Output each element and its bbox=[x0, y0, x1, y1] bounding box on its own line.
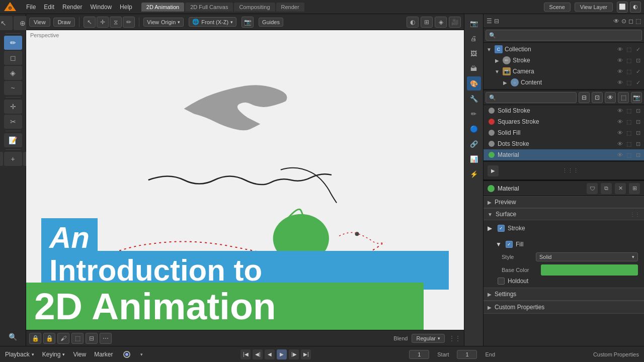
mat-vis-dots-stroke[interactable]: 👁 bbox=[616, 141, 624, 147]
viewport-origin-dropdown[interactable]: View Origin ▾ bbox=[143, 18, 184, 27]
marker-menu[interactable]: Marker bbox=[94, 351, 113, 358]
frame-current-input[interactable]: 1 bbox=[409, 350, 429, 359]
render-icon[interactable]: ⬜ bbox=[617, 2, 628, 13]
mat-close-icon[interactable]: ✕ bbox=[615, 183, 626, 194]
rpanel-object-icon[interactable]: 🔵 bbox=[467, 122, 481, 136]
rpanel-strokes-icon[interactable]: ✏ bbox=[467, 107, 481, 121]
viewport-canvas[interactable]: Perspective bbox=[26, 30, 464, 330]
rpanel-effects-icon[interactable]: ⚡ bbox=[467, 167, 481, 181]
style-dropdown[interactable]: Solid ▾ bbox=[536, 252, 638, 261]
toolbar-search-btn[interactable]: 🔍 bbox=[4, 330, 22, 344]
tab-compositing[interactable]: Compositing bbox=[234, 3, 275, 12]
viewport-projection-dropdown[interactable]: 🌐 Front (X-Z) ▾ bbox=[189, 17, 236, 27]
menu-render[interactable]: Render bbox=[59, 3, 85, 12]
toolbar-plus-btn[interactable]: + bbox=[4, 152, 22, 166]
mat-play-btn[interactable]: ▶ bbox=[488, 165, 499, 176]
mat-vis-icon[interactable]: 👁 bbox=[605, 92, 616, 103]
rpanel-data-icon[interactable]: 📊 bbox=[467, 152, 481, 166]
toolbar-transform-tool[interactable]: ✛ bbox=[4, 100, 22, 114]
mat-cam-material[interactable]: ⊡ bbox=[634, 152, 642, 158]
content-render-icon[interactable]: ⬚ bbox=[625, 79, 633, 86]
mat-item-squares-stroke[interactable]: Squares Stroke 👁 ⬚ ⊡ bbox=[484, 116, 644, 127]
step-forward-btn[interactable]: |▶ bbox=[289, 349, 299, 359]
vp-lock-icon[interactable]: 🔒 bbox=[43, 333, 55, 344]
outliner-item-stroke[interactable]: ▶ ✏ Stroke 👁 ⬚ ⊡ bbox=[484, 55, 644, 66]
fill-checkbox[interactable] bbox=[506, 241, 513, 248]
outliner-item-collection[interactable]: ▼ C Collection 👁 ⬚ ✓ bbox=[484, 44, 644, 55]
vp-icon-transform[interactable]: ✛ bbox=[97, 17, 109, 28]
exclude-icon[interactable]: ✓ bbox=[634, 46, 642, 53]
scene-selector[interactable]: Scene bbox=[544, 3, 571, 12]
expand-icon-collection[interactable]: ▼ bbox=[486, 46, 493, 53]
vp-extra-icon[interactable]: ⋯ bbox=[100, 333, 112, 344]
start-frame-input[interactable]: 1 bbox=[457, 350, 477, 359]
keying-menu[interactable]: Keying ▾ bbox=[42, 351, 65, 358]
rpanel-constraints-icon[interactable]: 🔗 bbox=[467, 137, 481, 151]
toolbar-graph-tool[interactable]: 📈 bbox=[0, 152, 3, 166]
vp-xray-icon[interactable]: ◈ bbox=[435, 17, 447, 28]
tab-2d-animation[interactable]: 2D Animation bbox=[141, 3, 184, 12]
vp-icon-snap[interactable]: ⧖ bbox=[110, 17, 122, 28]
preview-header[interactable]: ▶ Preview bbox=[484, 196, 644, 208]
toolbar-draw-tool[interactable]: ✏ bbox=[4, 36, 22, 50]
toolbar-fill-tool[interactable]: ◈ bbox=[4, 66, 22, 80]
rpanel-tools-icon[interactable]: 🔧 bbox=[467, 92, 481, 106]
mat-vis-solid-fill[interactable]: 👁 bbox=[616, 130, 624, 136]
play-back-btn[interactable]: ◀ bbox=[265, 349, 275, 359]
mat-copy-icon[interactable]: ⧉ bbox=[601, 183, 612, 194]
base-color-picker[interactable] bbox=[541, 264, 638, 276]
vp-filter-icon[interactable]: ⊟ bbox=[86, 333, 98, 344]
fill-expand-icon[interactable]: ▼ bbox=[496, 241, 503, 248]
outliner-render-icon[interactable]: ⬚ bbox=[635, 18, 641, 25]
tab-render[interactable]: Render bbox=[276, 3, 304, 12]
outliner-search-box[interactable]: 🔍 bbox=[486, 30, 642, 41]
mat-render-dots-stroke[interactable]: ⬚ bbox=[625, 141, 633, 147]
custom-properties-bottom[interactable]: Custom Properties bbox=[593, 351, 639, 357]
view-menu[interactable]: View bbox=[73, 351, 86, 358]
mat-item-solid-stroke[interactable]: Solid Stroke 👁 ⬚ ⊡ bbox=[484, 105, 644, 116]
content-check-icon[interactable]: ✓ bbox=[634, 79, 642, 86]
mat-cam-solid-fill[interactable]: ⊡ bbox=[634, 130, 642, 136]
rpanel-scene-icon[interactable]: 🏔 bbox=[467, 61, 481, 75]
rpanel-output-icon[interactable]: 🖨 bbox=[467, 31, 481, 45]
vp-cam-icon[interactable]: 🔒 bbox=[29, 333, 41, 344]
outliner-hide-icon[interactable]: ◻ bbox=[628, 18, 633, 25]
playback-menu[interactable]: Playback ▾ bbox=[5, 351, 34, 358]
vp-icon-annot[interactable]: ✏ bbox=[123, 17, 135, 28]
mat-vis-squares-stroke[interactable]: 👁 bbox=[616, 119, 624, 125]
expand-icon-stroke[interactable]: ▶ bbox=[494, 57, 501, 64]
mat-vis-solid-stroke[interactable]: 👁 bbox=[616, 108, 624, 114]
stroke-exclude-icon[interactable]: ⊡ bbox=[634, 57, 642, 64]
vp-icon-cam[interactable]: 📷 bbox=[242, 17, 254, 28]
view-layer-selector[interactable]: View Layer bbox=[575, 3, 613, 12]
menu-edit[interactable]: Edit bbox=[41, 3, 57, 12]
mat-cam-solid-stroke[interactable]: ⊡ bbox=[634, 108, 642, 114]
surface-header[interactable]: ▼ Surface ⋮⋮ bbox=[484, 208, 644, 220]
rpanel-view-icon[interactable]: 🖼 bbox=[467, 46, 481, 60]
viewport-guides-dropdown[interactable]: Guides bbox=[259, 18, 283, 27]
mat-render-icon[interactable]: ⬚ bbox=[618, 92, 629, 103]
visibility-icon[interactable]: 👁 bbox=[616, 46, 624, 52]
toolbar-annotate-tool[interactable]: 📝 bbox=[4, 133, 22, 147]
mat-cam-icon[interactable]: 📷 bbox=[631, 92, 642, 103]
camera-check-icon[interactable]: ✓ bbox=[634, 68, 642, 75]
vp-shading-icon[interactable]: ◐ bbox=[407, 17, 419, 28]
frame-dot-indicator[interactable] bbox=[123, 351, 130, 358]
viewport-shading-icon[interactable]: ◐ bbox=[630, 2, 641, 13]
step-back-btn[interactable]: ◀| bbox=[253, 349, 263, 359]
stroke-expand-icon[interactable]: ▶ bbox=[488, 225, 495, 232]
expand-icon-camera[interactable]: ▼ bbox=[494, 68, 501, 75]
rpanel-material-icon[interactable]: 🎨 bbox=[467, 76, 481, 90]
settings-header[interactable]: ▶ Settings bbox=[484, 288, 644, 301]
jump-end-btn[interactable]: ▶| bbox=[301, 349, 311, 359]
mat-sort-icon[interactable]: ⊡ bbox=[592, 92, 603, 103]
mat-settings-icon[interactable]: ⊞ bbox=[629, 183, 640, 194]
toolbar-erase-tool[interactable]: ◻ bbox=[4, 51, 22, 65]
vp-bottom-more[interactable]: ⋮⋮ bbox=[449, 335, 461, 342]
outliner-item-content[interactable]: ▶ ○ Content 👁 ⬚ ✓ bbox=[484, 77, 644, 88]
outliner-item-camera[interactable]: ▼ 📷 Camera 👁 ⬚ ✓ bbox=[484, 66, 644, 77]
stroke-vis-icon[interactable]: 👁 bbox=[616, 57, 624, 63]
mat-item-material[interactable]: Material 👁 ⬚ ⊡ bbox=[484, 149, 644, 160]
mat-filter-icon[interactable]: ⊟ bbox=[579, 92, 590, 103]
mat-item-solid-fill[interactable]: Solid Fill 👁 ⬚ ⊡ bbox=[484, 127, 644, 138]
